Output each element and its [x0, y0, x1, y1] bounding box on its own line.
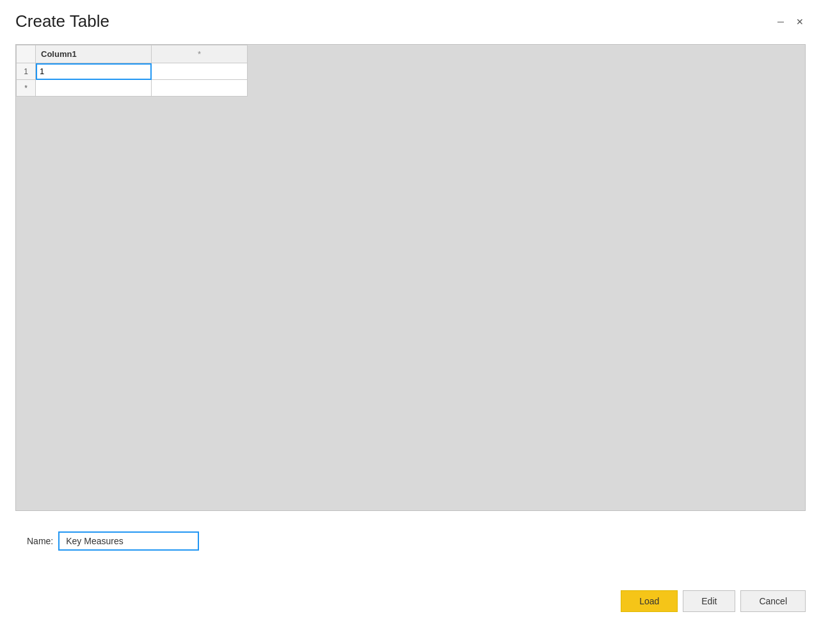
close-icon: ✕ [796, 17, 804, 27]
cell-1-1[interactable] [36, 63, 152, 80]
add-col-label: * [198, 49, 201, 59]
close-button[interactable]: ✕ [794, 16, 806, 27]
column1-header-label: Column1 [41, 49, 77, 59]
row-number-new: * [17, 80, 36, 97]
cell-new-add [152, 80, 248, 97]
minimize-button[interactable]: ─ [775, 16, 786, 27]
table-row-new: * [17, 80, 248, 97]
edit-button[interactable]: Edit [683, 590, 735, 612]
column1-header[interactable]: Column1 [36, 45, 152, 63]
data-table: Column1 * 1 * [16, 45, 248, 97]
table-header-row: Column1 * [17, 45, 248, 63]
table-area: Column1 * 1 * [15, 44, 806, 511]
footer-buttons: Load Edit Cancel [621, 590, 806, 612]
cell-new-1[interactable] [36, 80, 152, 97]
cancel-button[interactable]: Cancel [740, 590, 806, 612]
load-button[interactable]: Load [621, 590, 678, 612]
table-row: 1 [17, 63, 248, 80]
dialog-container: Create Table ─ ✕ Column1 * [0, 0, 821, 644]
name-label: Name: [27, 536, 53, 546]
add-column-header[interactable]: * [152, 45, 248, 63]
cell-1-add [152, 63, 248, 80]
row-number-1: 1 [17, 63, 36, 80]
row-num-header [17, 45, 36, 63]
minimize-icon: ─ [777, 17, 784, 27]
bottom-area: ​ Name: [0, 521, 821, 551]
window-controls: ─ ✕ [775, 16, 806, 27]
title-bar: Create Table ─ ✕ [0, 0, 821, 39]
name-input[interactable] [58, 531, 199, 551]
dialog-title: Create Table [15, 12, 109, 31]
cell-1-1-input[interactable] [36, 63, 151, 79]
